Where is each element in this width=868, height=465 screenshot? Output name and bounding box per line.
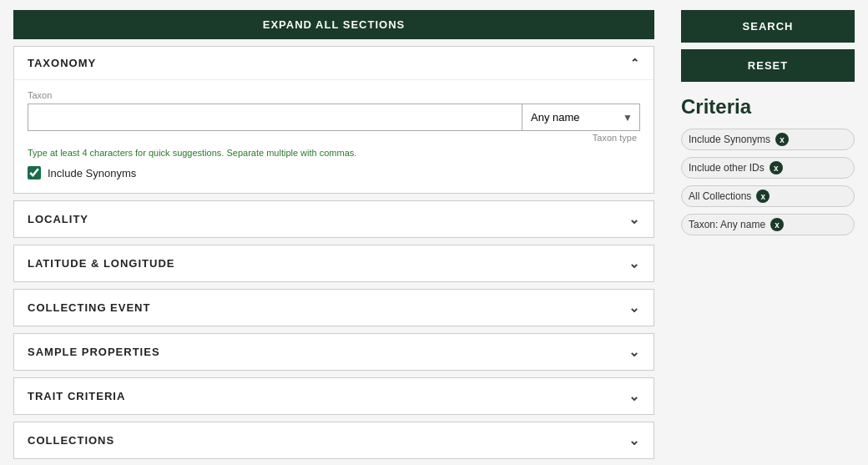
collections-label: COLLECTIONS (28, 434, 114, 447)
criteria-tag-include-synonyms-label: Include Synonyms (689, 134, 770, 145)
locality-chevron-icon: ⌄ (628, 211, 640, 227)
collecting-event-section-header[interactable]: COLLECTING EVENT ⌄ (13, 289, 654, 326)
locality-label: LOCALITY (28, 213, 88, 225)
taxon-field-label: Taxon (28, 90, 640, 100)
sample-properties-section-header[interactable]: SAMPLE PROPERTIES ⌄ (13, 333, 654, 371)
taxon-text-input[interactable] (28, 104, 522, 130)
include-synonyms-row: Include Synonyms (28, 166, 640, 179)
taxonomy-header-button[interactable]: TAXONOMY ⌃ (14, 47, 654, 79)
search-button[interactable]: SEARCH (681, 10, 855, 43)
criteria-tag-include-synonyms: Include Synonyms x (681, 129, 855, 150)
criteria-title: Criteria (681, 95, 855, 119)
include-synonyms-label[interactable]: Include Synonyms (48, 167, 136, 179)
latitude-longitude-section-header[interactable]: LATITUDE & LONGITUDE ⌄ (13, 245, 654, 282)
collections-section-header[interactable]: COLLECTIONS ⌄ (13, 422, 654, 459)
trait-criteria-label: TRAIT CRITERIA (28, 390, 125, 402)
sample-properties-chevron-icon: ⌄ (628, 344, 640, 360)
criteria-tag-taxon-any-name-remove[interactable]: x (770, 218, 784, 231)
expand-all-button[interactable]: EXPAND ALL SECTIONS (13, 10, 654, 39)
criteria-tag-include-other-ids-label: Include other IDs (689, 162, 765, 174)
right-panel: SEARCH RESET Criteria Include Synonyms x… (668, 0, 868, 465)
reset-button[interactable]: RESET (681, 49, 855, 82)
criteria-tag-include-synonyms-remove[interactable]: x (775, 133, 789, 146)
criteria-tag-all-collections-label: All Collections (689, 190, 751, 202)
taxonomy-chevron-up-icon: ⌃ (630, 57, 640, 69)
criteria-tag-taxon-any-name: Taxon: Any name x (681, 214, 855, 235)
criteria-list: Include Synonyms x Include other IDs x A… (681, 129, 855, 239)
collecting-event-chevron-icon: ⌄ (628, 300, 640, 316)
include-synonyms-checkbox[interactable] (28, 166, 41, 179)
criteria-tag-all-collections-remove[interactable]: x (756, 190, 770, 203)
taxonomy-section-label: TAXONOMY (28, 57, 96, 69)
taxon-input-row: Any name Scientific name Common name ▼ (28, 104, 640, 131)
latitude-longitude-chevron-icon: ⌄ (628, 255, 640, 271)
sample-properties-label: SAMPLE PROPERTIES (28, 346, 160, 358)
taxonomy-section: TAXONOMY ⌃ Taxon Any name Scientific nam… (13, 46, 654, 194)
taxonomy-body: Taxon Any name Scientific name Common na… (14, 79, 654, 193)
criteria-tag-include-other-ids: Include other IDs x (681, 157, 855, 179)
trait-criteria-section-header[interactable]: TRAIT CRITERIA ⌄ (13, 377, 654, 415)
left-panel: EXPAND ALL SECTIONS TAXONOMY ⌃ Taxon Any… (0, 0, 668, 465)
taxon-type-select-wrapper: Any name Scientific name Common name ▼ (522, 104, 639, 130)
trait-criteria-chevron-icon: ⌄ (628, 388, 640, 404)
locality-section-header[interactable]: LOCALITY ⌄ (13, 200, 654, 238)
collecting-event-label: COLLECTING EVENT (28, 301, 150, 314)
criteria-tag-taxon-any-name-label: Taxon: Any name (689, 219, 765, 230)
criteria-tag-all-collections: All Collections x (681, 185, 855, 207)
taxon-type-select[interactable]: Any name Scientific name Common name (522, 104, 639, 130)
taxon-hint-text: Type at least 4 characters for quick sug… (28, 148, 640, 158)
collections-chevron-icon: ⌄ (628, 432, 640, 448)
latitude-longitude-label: LATITUDE & LONGITUDE (28, 257, 174, 270)
criteria-tag-include-other-ids-remove[interactable]: x (770, 161, 783, 174)
taxon-type-label: Taxon type (593, 133, 640, 143)
